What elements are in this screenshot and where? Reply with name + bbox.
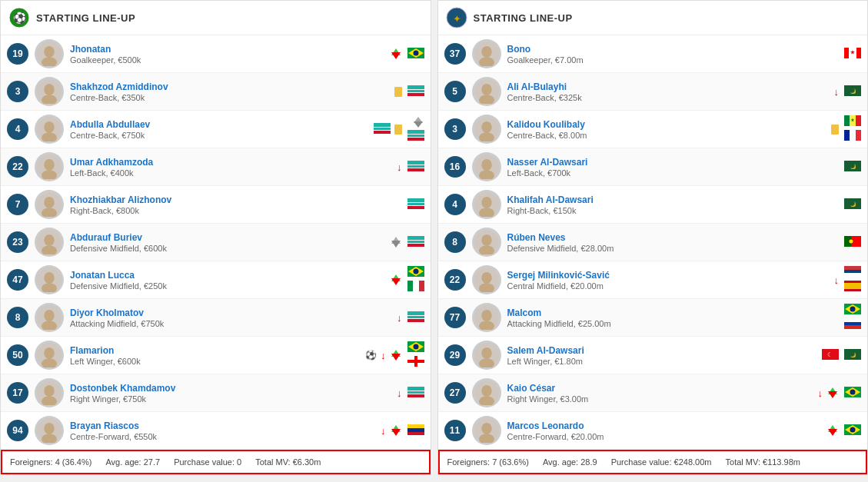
player-flags-area: 🌙 (844, 85, 861, 98)
svg-point-19 (44, 121, 54, 133)
svg-rect-48 (407, 206, 424, 209)
svg-point-135 (481, 197, 491, 208)
player-photo (472, 303, 501, 332)
svg-point-71 (44, 310, 54, 321)
player-details: Defensive Midfield, €250k (70, 281, 389, 291)
jersey-number: 50 (7, 344, 28, 366)
svg-rect-24 (374, 130, 391, 131)
player-name[interactable]: Ali Al-Bulayhi (507, 81, 833, 92)
flag-ge-icon (407, 356, 424, 369)
svg-rect-31 (407, 137, 424, 138)
substitution-icon (390, 48, 402, 60)
svg-text:🌙: 🌙 (850, 352, 856, 358)
player-row: 94 Brayan Riascos Centre-Forward, €550k … (1, 412, 431, 450)
player-name[interactable]: Shakhzod Azmiddinov (70, 81, 394, 92)
jersey-number: 8 (444, 231, 466, 253)
svg-rect-57 (407, 243, 424, 244)
player-name[interactable]: Flamarion (70, 345, 364, 356)
flag-br-icon (844, 304, 861, 317)
player-name[interactable]: Khozhiakbar Alizhonov (70, 194, 403, 205)
player-name[interactable]: Malcom (507, 307, 840, 318)
player-info: Marcos Leonardo Centre-Forward, €20.00m (507, 421, 826, 441)
svg-rect-69 (419, 281, 424, 291)
svg-rect-149 (844, 270, 861, 273)
substitution-icon (826, 387, 839, 399)
player-name[interactable]: Bono (507, 44, 840, 55)
player-photo (35, 77, 64, 106)
player-name[interactable]: Kalidou Koulibaly (507, 119, 831, 130)
player-name[interactable]: Salem Al-Dawsari (507, 345, 822, 356)
player-flags-area (407, 341, 424, 369)
flag-ca-icon (844, 48, 861, 61)
player-flags-area (407, 236, 424, 249)
svg-point-66 (413, 269, 418, 274)
player-info: Umar Adkhamzoda Left-Back, €400k (70, 157, 396, 178)
player-name[interactable]: Kaio César (507, 383, 817, 394)
player-flags-area (407, 116, 424, 143)
team2-logo: ✦ (446, 7, 467, 28)
player-details: Goalkeeper, €7.00m (507, 55, 840, 65)
player-row: 3 Shakhzod Azmiddinov Centre-Back, €350k (1, 73, 431, 111)
svg-point-144 (849, 239, 853, 244)
player-name[interactable]: Jonatan Lucca (70, 270, 389, 281)
flag-br-icon (407, 341, 424, 354)
player-info: Rúben Neves Defensive Midfield, €28.00m (507, 232, 840, 253)
flag-uz-icon (407, 130, 424, 143)
player-icons-area: ↓ (396, 312, 403, 324)
player-name[interactable]: Rúben Neves (507, 232, 840, 243)
svg-rect-152 (844, 283, 861, 289)
svg-rect-96 (407, 394, 424, 397)
jersey-number: 29 (444, 344, 466, 366)
player-details: Left Winger, €1.80m (507, 357, 822, 366)
team1-purchase: Purchase value: 0 (174, 457, 241, 467)
player-row: 17 Dostonbek Khamdamov Right Winger, €75… (1, 374, 431, 412)
player-photo (35, 265, 64, 294)
svg-rect-73 (407, 311, 424, 315)
player-info: Jhonatan Goalkeeper, €500k (70, 44, 389, 65)
svg-text:⚽: ⚽ (13, 12, 27, 25)
player-info: Dostonbek Khamdamov Right Winger, €750k (70, 383, 396, 404)
flag-it-icon (407, 281, 424, 294)
player-name[interactable]: Sergej Milinković-Savić (507, 270, 833, 281)
player-info: Salem Al-Dawsari Left Winger, €1.80m (507, 345, 822, 366)
player-icons-area: ↓ (833, 86, 840, 98)
player-info: Shakhzod Azmiddinov Centre-Back, €350k (70, 81, 394, 102)
player-details: Left-Back, €400k (70, 168, 396, 178)
player-name[interactable]: Umar Adkhamzoda (70, 157, 396, 168)
svg-marker-6 (391, 52, 401, 59)
svg-rect-40 (407, 168, 424, 171)
jersey-number: 3 (444, 118, 466, 140)
player-name[interactable]: Marcos Leonardo (507, 421, 826, 431)
player-name[interactable]: Diyor Kholmatov (70, 307, 396, 318)
jersey-number: 77 (444, 307, 466, 328)
svg-point-90 (44, 385, 54, 397)
player-name[interactable]: Brayan Riascos (70, 421, 380, 431)
svg-rect-32 (407, 138, 424, 141)
svg-point-171 (481, 385, 491, 397)
player-name[interactable]: Khalifah Al-Dawsari (507, 194, 840, 205)
svg-rect-162 (844, 325, 861, 329)
player-flags-area (407, 161, 424, 174)
flag-sa-icon: 🌙 (844, 161, 861, 174)
svg-rect-28 (407, 130, 424, 134)
player-name[interactable]: Dostonbek Khamdamov (70, 383, 396, 394)
player-name[interactable]: Abdulla Abdullaev (70, 119, 373, 130)
player-details: Left Winger, €600k (70, 357, 364, 366)
player-details: Defensive Midfield, €28.00m (507, 244, 840, 253)
svg-rect-102 (407, 424, 424, 428)
svg-rect-126 (844, 130, 850, 141)
svg-text:🌙: 🌙 (850, 88, 856, 95)
player-name[interactable]: Nasser Al-Dawsari (507, 157, 840, 168)
red-arrow-icon: ↓ (397, 161, 402, 173)
svg-rect-128 (856, 130, 861, 141)
player-name[interactable]: Abdurauf Buriev (70, 232, 389, 243)
svg-rect-16 (407, 92, 424, 93)
red-arrow-icon: ↓ (834, 86, 840, 98)
flag-uz-icon (407, 387, 424, 400)
player-name[interactable]: Jhonatan (70, 44, 389, 55)
player-row: 22 Umar Adkhamzoda Left-Back, €400k ↓ (1, 148, 431, 186)
player-details: Goalkeeper, €500k (70, 55, 389, 65)
svg-rect-58 (407, 244, 424, 247)
jersey-number: 11 (444, 420, 466, 441)
svg-point-179 (481, 423, 491, 434)
